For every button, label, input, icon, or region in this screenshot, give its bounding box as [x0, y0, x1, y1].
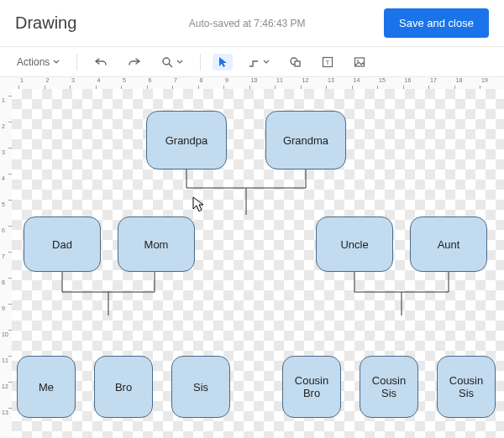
ruler-tick: 14: [352, 77, 353, 89]
node-label: Aunt: [438, 238, 460, 251]
chevron-down-icon: [53, 59, 60, 65]
chevron-down-icon: [176, 59, 183, 65]
ruler-horizontal: 12345678910111213141516171819: [12, 77, 504, 90]
svg-text:T: T: [326, 59, 330, 66]
undo-icon: [94, 56, 108, 68]
shape-tool-menu[interactable]: [285, 54, 307, 70]
mouse-cursor-icon: [192, 196, 205, 213]
node-label: Uncle: [340, 238, 368, 251]
image-icon: [354, 56, 365, 68]
ruler-tick: 12: [0, 382, 12, 383]
ruler-tick: 18: [454, 77, 455, 89]
node-grandpa[interactable]: Grandpa: [146, 111, 227, 169]
ruler-tick: 19: [480, 77, 480, 89]
ruler-tick: 13: [0, 408, 12, 409]
node-dad[interactable]: Dad: [24, 216, 101, 272]
ruler-tick: 5: [121, 77, 122, 89]
ruler-tick: 10: [249, 77, 250, 89]
ruler-tick: 1: [0, 96, 12, 96]
chevron-down-icon: [263, 59, 270, 65]
node-label: Mom: [144, 238, 169, 251]
node-me[interactable]: Me: [17, 356, 76, 418]
ruler-tick: 7: [0, 252, 12, 253]
ruler-tick: 7: [172, 77, 173, 89]
ruler-tick: 2: [0, 122, 12, 123]
ruler-tick: 4: [96, 77, 97, 89]
ruler-tick: 3: [70, 77, 71, 89]
textbox-tool[interactable]: T: [317, 54, 339, 70]
svg-point-0: [163, 58, 170, 65]
node-aunt[interactable]: Aunt: [410, 216, 487, 272]
node-cousin-sis-2[interactable]: Cousin Sis: [437, 356, 496, 418]
node-label: Dad: [52, 238, 72, 251]
node-label: Me: [39, 381, 54, 394]
zoom-icon: [161, 56, 173, 68]
shape-icon: [290, 56, 302, 68]
ruler-tick: 9: [223, 77, 224, 89]
ruler-tick: 9: [0, 304, 12, 305]
actions-menu[interactable]: Actions: [12, 54, 65, 70]
ruler-tick: 11: [0, 356, 12, 357]
drawing-canvas[interactable]: Grandpa Grandma Dad Mom Uncle Aunt Me Br…: [12, 89, 504, 438]
node-bro[interactable]: Bro: [94, 356, 153, 418]
workspace: 12345678910111213141516171819 1234567891…: [0, 77, 504, 438]
node-label: Cousin Sis: [441, 374, 491, 399]
toolbar: Actions: [0, 47, 504, 77]
node-uncle[interactable]: Uncle: [316, 216, 393, 272]
ruler-tick: 8: [0, 278, 12, 279]
line-tool-menu[interactable]: [243, 54, 275, 70]
redo-button[interactable]: [123, 54, 146, 70]
textbox-icon: T: [322, 56, 333, 68]
dialog-header: Drawing Auto-saved at 7:46:43 PM Save an…: [0, 0, 504, 47]
ruler-tick: 6: [147, 77, 148, 89]
ruler-tick: 4: [0, 174, 12, 175]
node-label: Grandma: [283, 134, 328, 147]
svg-line-1: [169, 64, 172, 67]
node-cousin-bro[interactable]: Cousin Bro: [282, 356, 341, 418]
node-label: Sis: [193, 381, 208, 394]
node-label: Grandpa: [165, 134, 208, 147]
autosave-status: Auto-saved at 7:46:43 PM: [155, 18, 306, 29]
ruler-vertical: 12345678910111213: [0, 89, 13, 438]
redo-icon: [128, 56, 141, 68]
actions-label: Actions: [17, 56, 50, 68]
ruler-tick: 17: [428, 77, 429, 89]
ruler-tick: 10: [0, 330, 12, 331]
node-cousin-sis-1[interactable]: Cousin Sis: [360, 356, 418, 418]
node-label: Cousin Sis: [364, 374, 414, 399]
undo-button[interactable]: [89, 54, 113, 70]
node-label: Cousin Bro: [286, 374, 337, 399]
svg-point-7: [357, 60, 359, 61]
toolbar-divider: [76, 54, 77, 70]
ruler-tick: 1: [18, 77, 19, 89]
zoom-menu[interactable]: [156, 54, 188, 70]
image-tool[interactable]: [349, 54, 370, 70]
node-sis[interactable]: Sis: [171, 356, 230, 418]
ruler-corner: [0, 77, 13, 90]
ruler-tick: 2: [45, 77, 45, 89]
ruler-tick: 8: [198, 77, 199, 89]
ruler-tick: 6: [0, 226, 12, 227]
ruler-tick: 12: [301, 77, 302, 89]
node-grandma[interactable]: Grandma: [265, 111, 346, 169]
ruler-tick: 13: [326, 77, 327, 89]
node-label: Bro: [115, 381, 132, 394]
cursor-icon: [218, 56, 228, 68]
node-mom[interactable]: Mom: [118, 216, 195, 272]
ruler-tick: 11: [275, 77, 276, 89]
ruler-tick: 16: [403, 77, 404, 89]
ruler-tick: 3: [0, 148, 12, 149]
svg-rect-3: [295, 61, 300, 66]
select-tool[interactable]: [213, 54, 233, 70]
line-icon: [248, 56, 260, 68]
dialog-title: Drawing: [15, 13, 76, 33]
ruler-tick: 15: [377, 77, 378, 89]
save-and-close-button[interactable]: Save and close: [384, 8, 489, 38]
toolbar-divider: [200, 54, 201, 70]
ruler-tick: 5: [0, 200, 12, 201]
